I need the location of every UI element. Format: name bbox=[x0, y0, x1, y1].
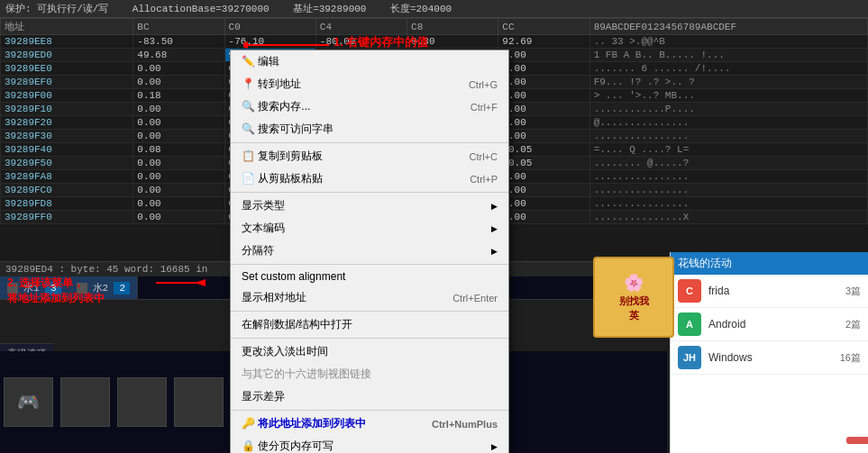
menu-item-label-2: 🔍 搜索内存... bbox=[242, 99, 310, 114]
col-c8: C8 bbox=[407, 19, 498, 35]
cell-cc: 0.00 bbox=[498, 103, 589, 116]
cell-bc: 0.00 bbox=[133, 197, 224, 211]
menu-item-17[interactable]: 更改淡入淡出时间 bbox=[231, 340, 508, 363]
menu-item-label-9: 文本编码 bbox=[242, 221, 285, 236]
cell-cc: 0.00 bbox=[498, 130, 589, 143]
cell-addr: 39289F30 bbox=[1, 130, 133, 143]
cell-addr: 39289FD8 bbox=[1, 197, 133, 211]
cell-addr: 39289FF0 bbox=[1, 211, 133, 224]
annotation-2: 2. 选择该菜单， 将地址添加到列表中 bbox=[7, 260, 105, 336]
menu-item-10[interactable]: 分隔符▶ bbox=[231, 240, 508, 262]
cell-bc: 0.08 bbox=[133, 143, 224, 157]
game-icon-1: 🎮 bbox=[4, 377, 53, 427]
cell-ascii: 1 FB A B.. B..... !... bbox=[589, 49, 867, 62]
menu-item-label-6: 📄 从剪贴板粘贴 bbox=[242, 171, 323, 186]
cell-addr: 39289F50 bbox=[1, 157, 133, 170]
cell-addr: 39289FA8 bbox=[1, 170, 133, 184]
menu-item-2[interactable]: 🔍 搜索内存...Ctrl+F bbox=[231, 95, 508, 118]
menu-item-label-12: Set custom alignment bbox=[242, 270, 345, 283]
blog-item-1[interactable]: AAndroid2篇 bbox=[671, 308, 868, 341]
menu-item-13[interactable]: 显示相对地址Ctrl+Enter bbox=[231, 286, 508, 309]
menu-separator-4 bbox=[231, 142, 508, 143]
cell-addr: 39289EE8 bbox=[1, 35, 133, 49]
cell-cc: 1.00 bbox=[498, 76, 589, 89]
sticker-line2: 英 bbox=[629, 309, 639, 322]
menu-item-shortcut-2: Ctrl+F bbox=[471, 102, 498, 113]
protection-label: 保护: 可执行行/读/写 bbox=[5, 4, 108, 14]
col-c4: C4 bbox=[315, 19, 407, 35]
sticker-line1: 别找我 bbox=[619, 294, 649, 308]
cell-addr: 39289EE0 bbox=[1, 62, 133, 76]
cell-bc: 0.18 bbox=[133, 89, 224, 103]
menu-item-15[interactable]: 在解剖数据/结构中打开 bbox=[231, 313, 508, 336]
blog-icon-2: JH bbox=[678, 346, 701, 369]
menu-item-1[interactable]: 📍 转到地址Ctrl+G bbox=[231, 73, 508, 95]
col-c0: C0 bbox=[224, 19, 315, 35]
cell-cc: 92.69 bbox=[498, 35, 589, 49]
game-icon-2 bbox=[60, 377, 110, 427]
menu-item-3[interactable]: 🔍 搜索可访问字串 bbox=[231, 118, 508, 140]
base-addr-label: 基址=39289000 bbox=[293, 4, 366, 14]
cell-addr: 39289F20 bbox=[1, 116, 133, 130]
arrow-2-svg bbox=[156, 274, 210, 292]
cell-bc: 0.00 bbox=[133, 211, 224, 224]
menu-item-label-10: 分隔符 bbox=[242, 243, 274, 258]
cell-bc: 0.00 bbox=[133, 62, 224, 76]
menu-item-label-17: 更改淡入淡出时间 bbox=[242, 344, 328, 359]
menu-item-22[interactable]: 🔒 使分页内存可写▶ bbox=[231, 435, 508, 453]
menu-item-21[interactable]: 🔑 将此地址添加到列表中Ctrl+NumPlus bbox=[231, 412, 508, 435]
menu-item-label-18: 与其它的十六进制视图链接 bbox=[242, 367, 371, 382]
blog-item-0[interactable]: Cfrida3篇 bbox=[671, 275, 868, 308]
cell-bc: -83.50 bbox=[133, 35, 224, 49]
col-bc: BC bbox=[133, 19, 224, 35]
menu-item-label-3: 🔍 搜索可访问字串 bbox=[242, 122, 333, 137]
right-panel: 花钱的活动 Cfrida3篇AAndroid2篇JHWindows16篇 bbox=[670, 252, 868, 453]
menu-item-shortcut-22: ▶ bbox=[491, 442, 498, 451]
cell-ascii: .. 33 >.@@^B bbox=[589, 35, 867, 49]
blog-item-2[interactable]: JHWindows16篇 bbox=[671, 341, 868, 375]
cell-cc: 1.00 bbox=[498, 116, 589, 130]
menu-item-8[interactable]: 显示类型▶ bbox=[231, 195, 508, 217]
cell-addr: 39289FC0 bbox=[1, 184, 133, 197]
annotation-1: 1. 右键内存中的值 bbox=[333, 34, 428, 50]
tab-badge-1: 2 bbox=[114, 282, 130, 294]
cell-addr: 39289F00 bbox=[1, 89, 133, 103]
menu-item-label-13: 显示相对地址 bbox=[242, 290, 306, 305]
menu-item-12[interactable]: Set custom alignment bbox=[231, 267, 508, 286]
blog-item-title-0: frida bbox=[708, 285, 838, 297]
cell-cc: 0.00 bbox=[498, 197, 589, 211]
cell-ascii: ....... 6 ...... /!.... bbox=[589, 62, 867, 76]
menu-item-19[interactable]: 显示差异 bbox=[231, 385, 508, 408]
cell-bc: 49.68 bbox=[133, 49, 224, 62]
report-button[interactable]: 举报 bbox=[846, 437, 868, 444]
table-row[interactable]: 39289EE8-83.50-76.10-80.000.3092.69.. 33… bbox=[1, 35, 868, 49]
cell-addr: 39289F10 bbox=[1, 103, 133, 116]
cell-bc: 0.00 bbox=[133, 103, 224, 116]
cell-ascii: ...............X bbox=[589, 211, 867, 224]
cell-bc: 0.00 bbox=[133, 116, 224, 130]
menu-item-label-22: 🔒 使分页内存可写 bbox=[242, 439, 333, 453]
cell-ascii: ............P.... bbox=[589, 103, 867, 116]
cell-ascii: F9... !? .? >.. ? bbox=[589, 76, 867, 89]
menu-item-shortcut-6: Ctrl+P bbox=[470, 174, 498, 185]
cell-bc: 0.00 bbox=[133, 130, 224, 143]
cell-ascii: ................ bbox=[589, 197, 867, 211]
menu-item-label-15: 在解剖数据/结构中打开 bbox=[242, 317, 352, 332]
menu-item-6[interactable]: 📄 从剪贴板粘贴Ctrl+P bbox=[231, 168, 508, 190]
sticker: 🌸 别找我 英 bbox=[593, 257, 674, 338]
menu-separator-14 bbox=[231, 311, 508, 312]
cell-cc: -0.05 bbox=[498, 143, 589, 157]
col-cc: CC bbox=[498, 19, 589, 35]
cell-ascii: ................ bbox=[589, 184, 867, 197]
menu-item-shortcut-9: ▶ bbox=[491, 224, 498, 233]
cell-cc: -0.05 bbox=[498, 157, 589, 170]
blog-icon-0: C bbox=[678, 279, 701, 303]
menu-item-label-0: ✏️ 编辑 bbox=[242, 54, 279, 69]
blog-item-count-1: 2篇 bbox=[845, 318, 861, 331]
menu-item-5[interactable]: 📋 复制到剪贴板Ctrl+C bbox=[231, 145, 508, 168]
cell-bc: 0.00 bbox=[133, 170, 224, 184]
cell-cc: 0.00 bbox=[498, 184, 589, 197]
cell-ascii: > ... '>..? MB... bbox=[589, 89, 867, 103]
menu-item-9[interactable]: 文本编码▶ bbox=[231, 217, 508, 240]
menu-item-18[interactable]: 与其它的十六进制视图链接 bbox=[231, 363, 508, 385]
